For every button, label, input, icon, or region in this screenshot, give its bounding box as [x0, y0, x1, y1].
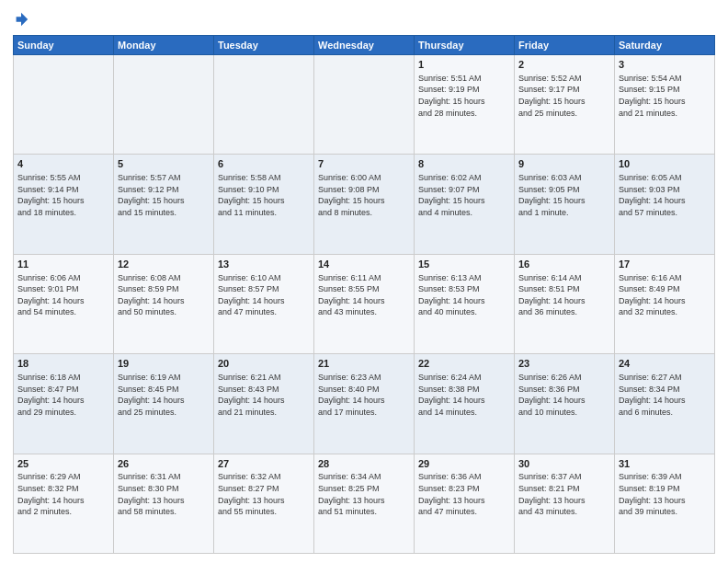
calendar-day-cell [114, 55, 214, 155]
day-number: 30 [518, 457, 610, 471]
calendar-day-cell [314, 55, 415, 155]
day-number: 24 [619, 357, 711, 371]
day-number: 21 [318, 357, 410, 371]
calendar-day-cell: 5Sunrise: 5:57 AM Sunset: 9:12 PM Daylig… [114, 155, 214, 254]
day-info: Sunrise: 6:03 AM Sunset: 9:05 PM Dayligh… [518, 172, 610, 218]
day-info: Sunrise: 6:08 AM Sunset: 8:59 PM Dayligh… [118, 272, 210, 318]
calendar-day-cell: 30Sunrise: 6:37 AM Sunset: 8:21 PM Dayli… [515, 454, 615, 553]
day-number: 4 [17, 157, 109, 171]
calendar-day-cell: 9Sunrise: 6:03 AM Sunset: 9:05 PM Daylig… [515, 155, 615, 254]
calendar-day-header: Wednesday [314, 36, 415, 55]
calendar-day-cell: 16Sunrise: 6:14 AM Sunset: 8:51 PM Dayli… [515, 254, 615, 353]
day-number: 3 [619, 58, 711, 72]
calendar-day-cell: 1Sunrise: 5:51 AM Sunset: 9:19 PM Daylig… [415, 55, 515, 155]
day-number: 20 [218, 357, 310, 371]
day-number: 18 [17, 357, 109, 371]
calendar-day-cell: 28Sunrise: 6:34 AM Sunset: 8:25 PM Dayli… [314, 454, 415, 553]
day-number: 6 [218, 157, 310, 171]
calendar-day-cell: 2Sunrise: 5:52 AM Sunset: 9:17 PM Daylig… [515, 55, 615, 155]
day-number: 22 [418, 357, 510, 371]
calendar-week-row: 18Sunrise: 6:18 AM Sunset: 8:47 PM Dayli… [14, 354, 715, 454]
calendar-day-header: Monday [114, 36, 214, 55]
calendar-day-cell: 3Sunrise: 5:54 AM Sunset: 9:15 PM Daylig… [615, 55, 715, 155]
calendar-table: SundayMondayTuesdayWednesdayThursdayFrid… [13, 35, 715, 554]
logo-icon [13, 11, 29, 28]
calendar-day-cell: 24Sunrise: 6:27 AM Sunset: 8:34 PM Dayli… [615, 354, 715, 454]
calendar-day-cell: 29Sunrise: 6:36 AM Sunset: 8:23 PM Dayli… [415, 454, 515, 553]
day-number: 10 [619, 157, 711, 171]
calendar-day-cell [214, 55, 314, 155]
day-number: 2 [518, 58, 610, 72]
calendar-day-cell: 20Sunrise: 6:21 AM Sunset: 8:43 PM Dayli… [214, 354, 314, 454]
day-number: 27 [218, 457, 310, 471]
calendar-day-cell: 19Sunrise: 6:19 AM Sunset: 8:45 PM Dayli… [114, 354, 214, 454]
day-info: Sunrise: 5:55 AM Sunset: 9:14 PM Dayligh… [17, 172, 109, 218]
day-number: 19 [118, 357, 210, 371]
svg-marker-0 [17, 13, 28, 26]
calendar-day-cell: 26Sunrise: 6:31 AM Sunset: 8:30 PM Dayli… [114, 454, 214, 553]
day-info: Sunrise: 6:11 AM Sunset: 8:55 PM Dayligh… [318, 272, 410, 318]
day-info: Sunrise: 6:32 AM Sunset: 8:27 PM Dayligh… [218, 471, 310, 517]
day-number: 11 [17, 258, 109, 271]
day-info: Sunrise: 6:05 AM Sunset: 9:03 PM Dayligh… [619, 172, 711, 218]
day-number: 1 [418, 58, 510, 72]
day-info: Sunrise: 5:58 AM Sunset: 9:10 PM Dayligh… [218, 172, 310, 218]
calendar-day-cell: 22Sunrise: 6:24 AM Sunset: 8:38 PM Dayli… [415, 354, 515, 454]
calendar-week-row: 4Sunrise: 5:55 AM Sunset: 9:14 PM Daylig… [14, 155, 715, 254]
day-number: 12 [118, 258, 210, 271]
day-info: Sunrise: 6:29 AM Sunset: 8:32 PM Dayligh… [17, 471, 109, 517]
day-info: Sunrise: 6:31 AM Sunset: 8:30 PM Dayligh… [118, 471, 210, 517]
calendar-day-cell: 8Sunrise: 6:02 AM Sunset: 9:07 PM Daylig… [415, 155, 515, 254]
calendar-week-row: 11Sunrise: 6:06 AM Sunset: 9:01 PM Dayli… [14, 254, 715, 353]
day-info: Sunrise: 6:26 AM Sunset: 8:36 PM Dayligh… [518, 372, 610, 418]
day-number: 14 [318, 258, 410, 271]
calendar-day-cell: 4Sunrise: 5:55 AM Sunset: 9:14 PM Daylig… [14, 155, 114, 254]
day-number: 5 [118, 157, 210, 171]
calendar-day-header: Friday [515, 36, 615, 55]
calendar-day-cell: 7Sunrise: 6:00 AM Sunset: 9:08 PM Daylig… [314, 155, 415, 254]
day-info: Sunrise: 6:19 AM Sunset: 8:45 PM Dayligh… [118, 372, 210, 418]
calendar-day-cell: 6Sunrise: 5:58 AM Sunset: 9:10 PM Daylig… [214, 155, 314, 254]
day-info: Sunrise: 6:39 AM Sunset: 8:19 PM Dayligh… [619, 471, 711, 517]
day-info: Sunrise: 6:24 AM Sunset: 8:38 PM Dayligh… [418, 372, 510, 418]
calendar-day-cell: 10Sunrise: 6:05 AM Sunset: 9:03 PM Dayli… [615, 155, 715, 254]
day-info: Sunrise: 6:21 AM Sunset: 8:43 PM Dayligh… [218, 372, 310, 418]
day-info: Sunrise: 6:37 AM Sunset: 8:21 PM Dayligh… [518, 471, 610, 517]
day-info: Sunrise: 6:10 AM Sunset: 8:57 PM Dayligh… [218, 272, 310, 318]
calendar-day-cell: 23Sunrise: 6:26 AM Sunset: 8:36 PM Dayli… [515, 354, 615, 454]
day-number: 15 [418, 258, 510, 271]
calendar-day-cell: 21Sunrise: 6:23 AM Sunset: 8:40 PM Dayli… [314, 354, 415, 454]
calendar-day-cell: 17Sunrise: 6:16 AM Sunset: 8:49 PM Dayli… [615, 254, 715, 353]
calendar-day-cell: 18Sunrise: 6:18 AM Sunset: 8:47 PM Dayli… [14, 354, 114, 454]
day-info: Sunrise: 6:06 AM Sunset: 9:01 PM Dayligh… [17, 272, 109, 318]
day-info: Sunrise: 6:18 AM Sunset: 8:47 PM Dayligh… [17, 372, 109, 418]
day-info: Sunrise: 5:57 AM Sunset: 9:12 PM Dayligh… [118, 172, 210, 218]
day-info: Sunrise: 6:34 AM Sunset: 8:25 PM Dayligh… [318, 471, 410, 517]
day-info: Sunrise: 6:02 AM Sunset: 9:07 PM Dayligh… [418, 172, 510, 218]
day-number: 25 [17, 457, 109, 471]
day-number: 28 [318, 457, 410, 471]
day-number: 31 [619, 457, 711, 471]
calendar-day-header: Saturday [615, 36, 715, 55]
calendar-day-cell: 12Sunrise: 6:08 AM Sunset: 8:59 PM Dayli… [114, 254, 214, 353]
day-number: 26 [118, 457, 210, 471]
calendar-day-header: Sunday [14, 36, 114, 55]
calendar-day-header: Thursday [415, 36, 515, 55]
day-number: 7 [318, 157, 410, 171]
calendar-day-cell: 11Sunrise: 6:06 AM Sunset: 9:01 PM Dayli… [14, 254, 114, 353]
day-number: 9 [518, 157, 610, 171]
day-info: Sunrise: 6:00 AM Sunset: 9:08 PM Dayligh… [318, 172, 410, 218]
day-info: Sunrise: 5:51 AM Sunset: 9:19 PM Dayligh… [418, 73, 510, 119]
calendar-day-cell: 27Sunrise: 6:32 AM Sunset: 8:27 PM Dayli… [214, 454, 314, 553]
calendar-day-cell [14, 55, 114, 155]
logo [13, 11, 33, 28]
calendar-week-row: 1Sunrise: 5:51 AM Sunset: 9:19 PM Daylig… [14, 55, 715, 155]
day-info: Sunrise: 6:13 AM Sunset: 8:53 PM Dayligh… [418, 272, 510, 318]
calendar-day-cell: 15Sunrise: 6:13 AM Sunset: 8:53 PM Dayli… [415, 254, 515, 353]
day-info: Sunrise: 6:27 AM Sunset: 8:34 PM Dayligh… [619, 372, 711, 418]
calendar-day-cell: 31Sunrise: 6:39 AM Sunset: 8:19 PM Dayli… [615, 454, 715, 553]
day-info: Sunrise: 5:54 AM Sunset: 9:15 PM Dayligh… [619, 73, 711, 119]
day-info: Sunrise: 6:36 AM Sunset: 8:23 PM Dayligh… [418, 471, 510, 517]
day-number: 8 [418, 157, 510, 171]
day-info: Sunrise: 6:16 AM Sunset: 8:49 PM Dayligh… [619, 272, 711, 318]
